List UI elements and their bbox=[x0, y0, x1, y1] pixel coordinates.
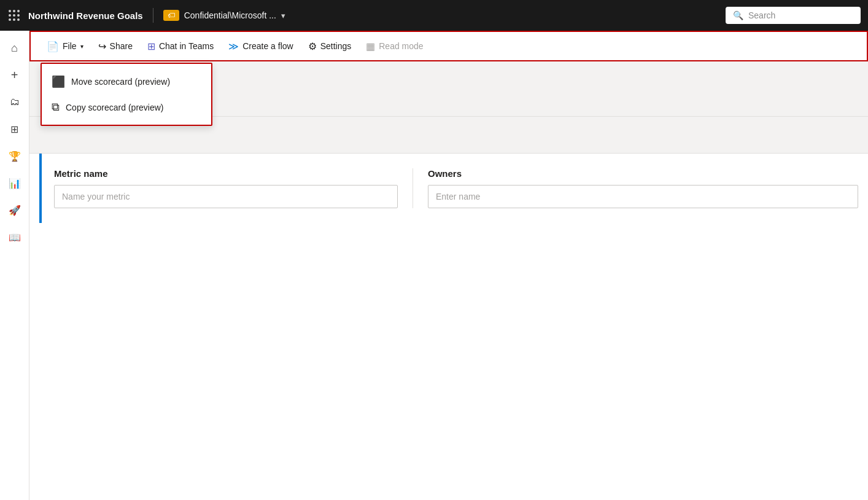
topbar: Northwind Revenue Goals 🏷 Confidential\M… bbox=[0, 0, 868, 31]
toolbar: 📄 File ▾ ↪ Share ⊞ Chat in Teams ≫ Creat… bbox=[29, 31, 868, 61]
share-button[interactable]: ↪ Share bbox=[92, 37, 139, 56]
label-text: Confidential\Microsoft ... bbox=[184, 10, 276, 20]
file-dropdown: ⬛ Move scorecard (preview) ⧉ Copy scorec… bbox=[41, 63, 212, 126]
share-label: Share bbox=[110, 41, 133, 51]
move-icon: ⬛ bbox=[52, 75, 65, 88]
app-launcher-icon[interactable] bbox=[7, 9, 21, 22]
file-button[interactable]: 📄 File ▾ bbox=[41, 37, 90, 56]
file-icon: 📄 bbox=[47, 41, 59, 52]
read-mode-icon: ▦ bbox=[366, 41, 375, 52]
sidebar-item-metrics[interactable]: 📊 bbox=[2, 171, 27, 195]
sidebar: ⌂ + 🗂 ⊞ 🏆 📊 🚀 📖 bbox=[0, 31, 29, 500]
tag-icon: 🏷 bbox=[168, 11, 175, 20]
chat-label: Chat in Teams bbox=[159, 41, 214, 51]
sidebar-item-goals[interactable]: 🏆 bbox=[2, 144, 27, 168]
move-label: Move scorecard (preview) bbox=[71, 77, 170, 87]
metrics-icon: 📊 bbox=[9, 178, 21, 189]
share-icon: ↪ bbox=[98, 41, 106, 52]
search-icon: 🔍 bbox=[733, 10, 743, 20]
home-icon: ⌂ bbox=[11, 42, 18, 55]
copy-label: Copy scorecard (preview) bbox=[66, 103, 164, 112]
create-flow-label: Create a flow bbox=[242, 41, 293, 51]
flow-icon: ≫ bbox=[228, 41, 239, 52]
owners-label: Owners bbox=[428, 168, 858, 179]
file-label: File bbox=[63, 41, 77, 51]
apps-icon: ⊞ bbox=[10, 123, 18, 135]
settings-icon: ⚙ bbox=[308, 41, 317, 52]
metric-form: Metric name Owners bbox=[39, 154, 868, 223]
sidebar-item-home[interactable]: ⌂ bbox=[2, 36, 27, 60]
settings-label: Settings bbox=[320, 41, 352, 51]
catalog-icon: 📖 bbox=[9, 232, 21, 243]
copy-scorecard-item[interactable]: ⧉ Copy scorecard (preview) bbox=[42, 95, 211, 120]
chat-in-teams-button[interactable]: ⊞ Chat in Teams bbox=[141, 37, 220, 56]
settings-button[interactable]: ⚙ Settings bbox=[302, 37, 358, 56]
layout: ⌂ + 🗂 ⊞ 🏆 📊 🚀 📖 📄 File bbox=[0, 31, 868, 500]
main-content: 📄 File ▾ ↪ Share ⊞ Chat in Teams ≫ Creat… bbox=[29, 31, 868, 500]
form-divider bbox=[413, 168, 413, 208]
chevron-down-icon: ▾ bbox=[281, 11, 285, 20]
sidebar-item-flows[interactable]: 🚀 bbox=[2, 198, 27, 222]
move-scorecard-item[interactable]: ⬛ Move scorecard (preview) bbox=[42, 69, 211, 95]
metric-name-input[interactable] bbox=[54, 185, 398, 208]
read-mode-label: Read mode bbox=[379, 41, 423, 51]
app-title: Northwind Revenue Goals bbox=[28, 10, 143, 21]
owners-input[interactable] bbox=[428, 185, 858, 208]
sensitivity-label[interactable]: 🏷 Confidential\Microsoft ... ▾ bbox=[163, 10, 718, 21]
file-chevron-icon: ▾ bbox=[80, 43, 83, 50]
flows-icon: 🚀 bbox=[9, 205, 21, 216]
goals-icon: 🏆 bbox=[9, 150, 21, 162]
metric-form-section: Metric name Owners bbox=[29, 154, 868, 500]
sidebar-item-catalog[interactable]: 📖 bbox=[2, 225, 27, 249]
create-icon: + bbox=[11, 69, 18, 81]
create-flow-button[interactable]: ≫ Create a flow bbox=[222, 37, 299, 56]
metric-name-col: Metric name bbox=[54, 168, 398, 208]
topbar-divider bbox=[153, 8, 153, 23]
sidebar-item-apps[interactable]: ⊞ bbox=[2, 117, 27, 141]
search-box[interactable]: 🔍 Search bbox=[726, 7, 861, 24]
read-mode-button[interactable]: ▦ Read mode bbox=[360, 37, 429, 56]
content-area: Goals Metric name Owners bbox=[29, 61, 868, 500]
label-tag: 🏷 bbox=[163, 10, 179, 21]
sidebar-item-browse[interactable]: 🗂 bbox=[2, 90, 27, 114]
copy-icon: ⧉ bbox=[52, 101, 60, 114]
owners-col: Owners bbox=[428, 168, 858, 208]
metric-name-label: Metric name bbox=[54, 168, 398, 179]
teams-icon: ⊞ bbox=[147, 41, 155, 52]
browse-icon: 🗂 bbox=[10, 96, 20, 107]
search-placeholder: Search bbox=[748, 10, 775, 20]
sidebar-item-create[interactable]: + bbox=[2, 63, 27, 87]
